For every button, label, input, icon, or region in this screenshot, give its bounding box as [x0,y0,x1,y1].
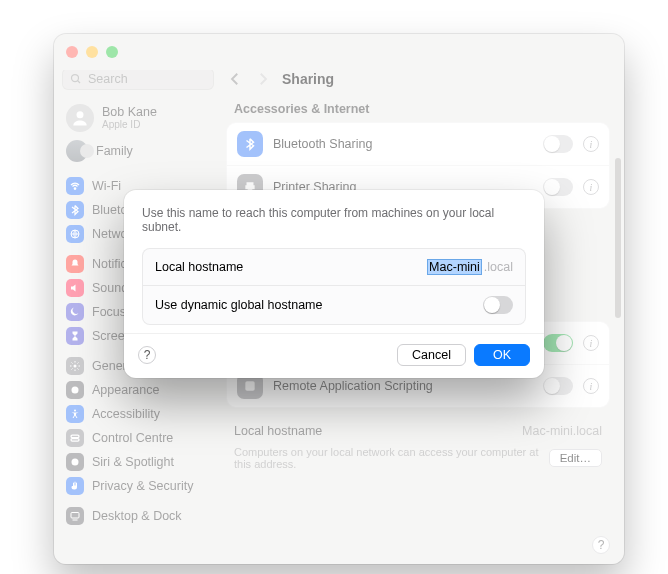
titlebar [54,34,624,70]
sidebar-item-privacy[interactable]: Privacy & Security [62,474,214,498]
hostname-edit-modal: Use this name to reach this computer fro… [124,190,544,378]
sidebar-item-label: Desktop & Dock [92,509,182,523]
back-icon[interactable] [226,70,244,88]
sidebar-group-desktop: Desktop & Dock [62,504,214,528]
modal-footer: ? Cancel OK [124,333,544,378]
hostname-input[interactable]: Mac-mini.local [427,259,513,275]
sidebar-item-siri[interactable]: Siri & Spotlight [62,450,214,474]
hostname-desc: Computers on your local network can acce… [234,446,539,470]
scrollbar-track[interactable] [615,130,621,554]
accessibility-icon [66,405,84,423]
user-sub: Apple ID [102,119,157,130]
svg-point-0 [72,75,79,82]
edit-button[interactable]: Edit… [549,449,602,467]
family-icon [66,140,88,162]
info-icon[interactable]: i [583,335,599,351]
info-icon[interactable]: i [583,378,599,394]
help-button[interactable]: ? [138,346,156,364]
svg-line-1 [78,81,81,84]
switches-icon [66,429,84,447]
search-icon [70,73,82,85]
bluetooth-icon [66,201,84,219]
sidebar-item-label: Sound [92,281,128,295]
sidebar-item-label: Control Centre [92,431,173,445]
nav-header: Sharing [226,70,610,94]
info-icon[interactable]: i [583,179,599,195]
svg-point-7 [74,410,76,412]
hourglass-icon [66,327,84,345]
svg-point-3 [74,188,76,190]
section-label: Accessories & Internet [234,102,610,116]
hostname-input-value: Mac-mini [427,259,482,275]
cancel-button[interactable]: Cancel [397,344,466,366]
sidebar-item-label: Siri & Spotlight [92,455,174,469]
avatar-icon [66,104,94,132]
svg-rect-13 [245,381,254,390]
ok-button[interactable]: OK [474,344,530,366]
service-label: Bluetooth Sharing [273,137,533,151]
siri-icon [66,453,84,471]
svg-point-10 [72,459,79,466]
toggle[interactable] [543,178,573,196]
toggle[interactable] [483,296,513,314]
help-button[interactable]: ? [592,536,610,554]
dock-icon [66,507,84,525]
sidebar-item-label: Privacy & Security [92,479,193,493]
info-icon[interactable]: i [583,136,599,152]
user-name: Bob Kane [102,106,157,120]
modal-label: Local hostname [155,260,243,274]
svg-point-5 [74,365,77,368]
svg-rect-11 [71,513,79,519]
modal-label: Use dynamic global hostname [155,298,322,312]
traffic-close-icon[interactable] [66,46,78,58]
toggle[interactable] [543,334,573,352]
traffic-zoom-icon[interactable] [106,46,118,58]
bell-icon [66,255,84,273]
service-row-bluetooth-sharing[interactable]: Bluetooth Sharing i [227,123,609,165]
hostname-title: Local hostname [234,424,322,438]
traffic-minimize-icon[interactable] [86,46,98,58]
service-label: Remote Application Scripting [273,379,533,393]
hand-icon [66,477,84,495]
globe-icon [66,225,84,243]
sidebar-item-appearance[interactable]: Appearance [62,378,214,402]
bluetooth-sharing-icon [237,131,263,157]
modal-row-hostname: Local hostname Mac-mini.local [143,249,525,285]
wifi-icon [66,177,84,195]
search-placeholder: Search [88,72,128,86]
search-input[interactable]: Search [62,70,214,90]
sidebar-item-accessibility[interactable]: Accessibility [62,402,214,426]
svg-rect-8 [71,435,79,438]
sidebar-item-label: Focus [92,305,126,319]
modal-form: Local hostname Mac-mini.local Use dynami… [142,248,526,325]
hostname-suffix: .local [484,260,513,274]
sidebar-family[interactable]: Family [62,136,214,166]
toggle[interactable] [543,377,573,395]
modal-hint: Use this name to reach this computer fro… [142,206,526,234]
scrollbar-thumb[interactable] [615,158,621,318]
gear-icon [66,357,84,375]
svg-point-2 [77,111,84,118]
modal-row-dynamic: Use dynamic global hostname [143,285,525,324]
forward-icon[interactable] [254,70,272,88]
sidebar-item-label: Appearance [92,383,159,397]
speaker-icon [66,279,84,297]
toggle[interactable] [543,135,573,153]
svg-point-6 [72,387,79,394]
page-title: Sharing [282,71,334,87]
sidebar-item-label: Wi-Fi [92,179,121,193]
appearance-icon [66,381,84,399]
sidebar-item-label: Accessibility [92,407,160,421]
moon-icon [66,303,84,321]
sidebar-user[interactable]: Bob Kane Apple ID [62,100,214,136]
sidebar-item-controlcentre[interactable]: Control Centre [62,426,214,450]
hostname-block: Local hostname Mac-mini.local Computers … [226,424,610,470]
family-label: Family [96,144,133,158]
sidebar-item-desktop[interactable]: Desktop & Dock [62,504,214,528]
svg-rect-9 [71,439,79,442]
hostname-value: Mac-mini.local [522,424,602,438]
